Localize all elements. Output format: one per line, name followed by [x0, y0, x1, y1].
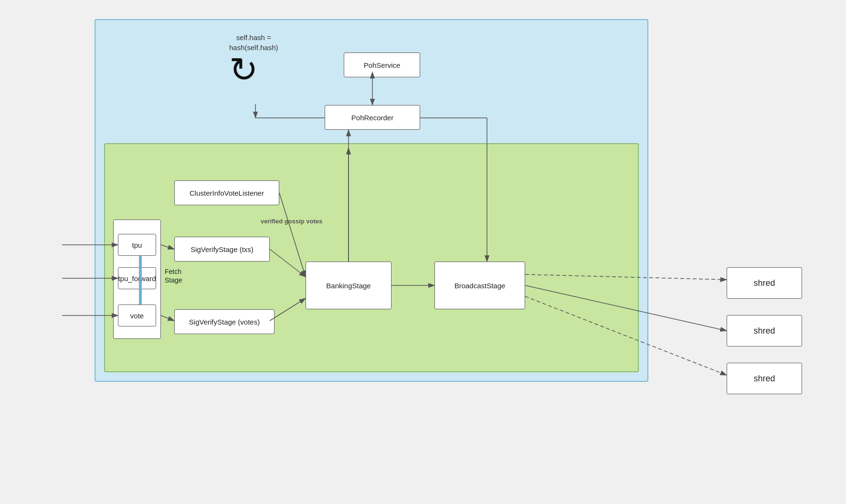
- verified-gossip-label: verified gossip votes: [261, 218, 322, 225]
- vote-box: vote: [118, 304, 156, 326]
- tpu-forward-box: tpu_forward: [118, 267, 156, 289]
- tpu-connector-bar: [139, 256, 142, 304]
- sig-verify-votes-box: SigVerifyStage (votes): [174, 309, 275, 334]
- cycle-arrow-icon: ↻: [229, 52, 258, 87]
- hash-label: self.hash = hash(self.hash): [229, 32, 278, 52]
- main-canvas: self.hash = hash(self.hash) ↻ PohService…: [0, 0, 846, 504]
- shred-box-1: shred: [727, 267, 802, 299]
- shred-box-2: shred: [727, 315, 802, 346]
- shred-box-3: shred: [727, 363, 802, 394]
- fetch-stage-label: Fetch Stage: [165, 267, 182, 284]
- sig-verify-txs-box: SigVerifyStage (txs): [174, 237, 270, 262]
- poh-service-box: PohService: [344, 52, 420, 77]
- poh-recorder-box: PohRecorder: [325, 105, 420, 130]
- banking-stage-box: BankingStage: [306, 262, 391, 309]
- broadcast-stage-box: BroadcastStage: [434, 262, 525, 309]
- cluster-info-vote-listener-box: ClusterInfoVoteListener: [174, 180, 279, 205]
- tpu-box: tpu: [118, 234, 156, 256]
